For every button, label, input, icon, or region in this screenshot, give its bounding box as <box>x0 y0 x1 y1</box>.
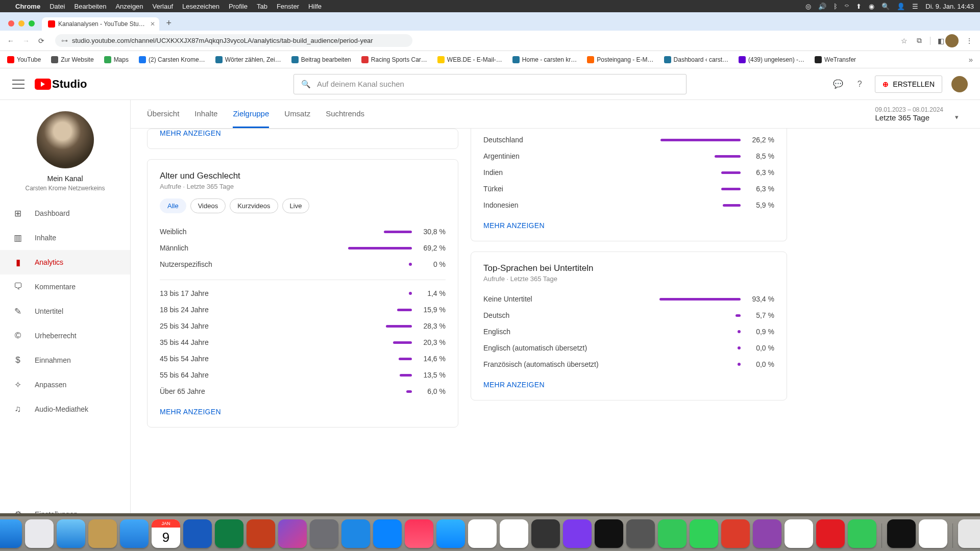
sidebar-item-dashboard[interactable]: ⊞Dashboard <box>0 201 130 226</box>
dock-app-quicktime[interactable] <box>626 519 655 548</box>
menubar-item[interactable]: Datei <box>50 3 65 10</box>
menubar-item[interactable]: Fenster <box>277 3 299 10</box>
channel-avatar[interactable] <box>37 111 94 168</box>
user-icon[interactable]: 👤 <box>897 3 905 10</box>
tab-research[interactable]: Suchtrends <box>326 100 364 128</box>
dock-app-siri[interactable] <box>278 519 307 548</box>
dock-app-cewe[interactable] <box>816 519 845 548</box>
address-bar[interactable]: ⊶ studio.youtube.com/channel/UCXKXXJX87m… <box>55 34 412 47</box>
dock-app-word[interactable] <box>183 519 212 548</box>
menubar-item[interactable]: Verlauf <box>153 3 173 10</box>
control-center-icon[interactable]: ☰ <box>912 3 918 10</box>
chip-videos[interactable]: Videos <box>190 198 226 213</box>
menubar-item[interactable]: Lesezeichen <box>182 3 219 10</box>
spotlight-icon[interactable]: 🔍 <box>881 3 890 10</box>
bookmark-item[interactable]: Beitrag bearbeiten <box>291 56 351 63</box>
sidebar-item-inhalte[interactable]: ▥Inhalte <box>0 226 130 250</box>
dock-app-textedit[interactable] <box>919 519 947 548</box>
bookmarks-overflow-icon[interactable]: » <box>969 55 973 64</box>
chip-shorts[interactable]: Kurzvideos <box>230 198 278 213</box>
tab-close-icon[interactable]: ✕ <box>150 20 155 28</box>
create-button[interactable]: ⊕ ERSTELLEN <box>875 76 942 93</box>
side-panel-icon[interactable]: ◧ <box>930 37 939 45</box>
minimize-window-button[interactable] <box>18 20 24 27</box>
tab-content[interactable]: Inhalte <box>194 100 217 128</box>
tab-overview[interactable]: Übersicht <box>147 100 179 128</box>
show-more-button[interactable]: MEHR ANZEIGEN <box>160 408 446 416</box>
menuextra-icon[interactable]: ◎ <box>805 3 811 10</box>
sidebar-item-analytics[interactable]: ▮Analytics <box>0 250 130 274</box>
bookmark-item[interactable]: (439) ungelesen) -… <box>739 56 804 63</box>
dock-app-contacts[interactable] <box>88 519 117 548</box>
menubar-item[interactable]: Profile <box>229 3 248 10</box>
dock-app-excel[interactable] <box>215 519 243 548</box>
dock-app-acrobat[interactable] <box>721 519 750 548</box>
chip-all[interactable]: Alle <box>160 198 186 213</box>
tab-revenue[interactable]: Umsatz <box>284 100 310 128</box>
dock-app-appstore[interactable] <box>436 519 465 548</box>
wifi-icon[interactable]: ⌔ <box>845 3 849 10</box>
dock-app-numbers[interactable] <box>658 519 687 548</box>
sidebar-item-einnahmen[interactable]: $Einnahmen <box>0 348 130 372</box>
show-more-button[interactable]: MEHR ANZEIGEN <box>483 381 774 389</box>
sidebar-item-untertitel[interactable]: ✎Untertitel <box>0 299 130 323</box>
reload-button[interactable]: ⟳ <box>37 37 46 45</box>
new-tab-button[interactable]: + <box>162 16 176 30</box>
dock-app-shortcuts[interactable] <box>373 519 402 548</box>
back-button[interactable]: ← <box>6 37 15 45</box>
menu-toggle-button[interactable] <box>12 80 24 89</box>
dock-app-safari[interactable] <box>57 519 85 548</box>
tab-audience[interactable]: Zielgruppe <box>233 100 269 128</box>
maximize-window-button[interactable] <box>29 20 35 27</box>
show-more-button[interactable]: MEHR ANZEIGEN <box>160 129 446 137</box>
bookmark-item[interactable]: Racing Sports Car… <box>361 56 427 63</box>
bookmark-item[interactable]: Posteingang - E-M… <box>587 56 653 63</box>
dock-app-chrome[interactable] <box>785 519 813 548</box>
bookmark-item[interactable]: Maps <box>104 56 129 63</box>
dock-app-mail[interactable] <box>120 519 149 548</box>
close-window-button[interactable] <box>8 20 14 27</box>
studio-logo[interactable]: Studio <box>35 78 87 91</box>
account-avatar[interactable] <box>951 76 968 92</box>
site-info-icon[interactable]: ⊶ <box>61 37 68 44</box>
menubar-item[interactable]: Anzeigen <box>115 3 143 10</box>
bookmark-item[interactable]: Dashboard ‹ carst… <box>664 56 728 63</box>
dock-trash[interactable] <box>958 519 980 548</box>
search-input[interactable]: 🔍 Auf deinem Kanal suchen <box>293 74 687 94</box>
volume-icon[interactable]: 🔊 <box>818 3 826 10</box>
period-picker[interactable]: 09.01.2023 – 08.01.2024 Letzte 365 Tage <box>875 106 964 122</box>
dock-app-photos[interactable] <box>500 519 528 548</box>
extensions-icon[interactable]: ⧉ <box>915 36 924 45</box>
dock-app-news[interactable] <box>468 519 497 548</box>
dock-app-finder[interactable] <box>0 519 22 548</box>
dock-app-launchpad[interactable] <box>25 519 54 548</box>
sidebar-item-kommentare[interactable]: 🗨Kommentare <box>0 274 130 299</box>
bookmark-item[interactable]: (2) Carsten Krome… <box>139 56 205 63</box>
dock-app-tv[interactable] <box>887 519 916 548</box>
dock-app-generic-purple[interactable] <box>563 519 592 548</box>
forward-button[interactable]: → <box>21 37 31 45</box>
dock-app-messages[interactable] <box>848 519 876 548</box>
menubar-item[interactable]: Hilfe <box>308 3 322 10</box>
dock-app-appstore-alt[interactable] <box>341 519 370 548</box>
browser-tab[interactable]: Kanalanalysen - YouTube Stu… ✕ <box>42 17 159 31</box>
show-more-button[interactable]: MEHR ANZEIGEN <box>483 221 774 230</box>
chip-live[interactable]: Live <box>282 198 310 213</box>
sidebar-item-anpassen[interactable]: ✧Anpassen <box>0 372 130 397</box>
menubar-app[interactable]: Chrome <box>15 3 40 10</box>
battery-icon[interactable]: ◉ <box>869 3 874 10</box>
dock-app-facetime[interactable] <box>690 519 718 548</box>
dock-app-calculator[interactable] <box>531 519 560 548</box>
bookmark-item[interactable]: Wörter zählen, Zei… <box>215 56 281 63</box>
chrome-menu-button[interactable]: ⋮ <box>965 37 974 45</box>
airdrop-icon[interactable]: ⬆ <box>856 3 862 10</box>
bookmark-item[interactable]: WEB.DE - E-Mail-… <box>437 56 502 63</box>
bookmark-star-icon[interactable]: ☆ <box>899 37 909 45</box>
bookmark-item[interactable]: YouTube <box>7 56 41 63</box>
menubar-item[interactable]: Bearbeiten <box>74 3 106 10</box>
sidebar-item-urheberrecht[interactable]: ©Urheberrecht <box>0 323 130 348</box>
bookmark-item[interactable]: WeTransfer <box>815 56 856 63</box>
help-icon[interactable]: ? <box>853 78 866 90</box>
feedback-icon[interactable]: 💬 <box>832 78 844 90</box>
dock-app-podcasts[interactable] <box>753 519 781 548</box>
